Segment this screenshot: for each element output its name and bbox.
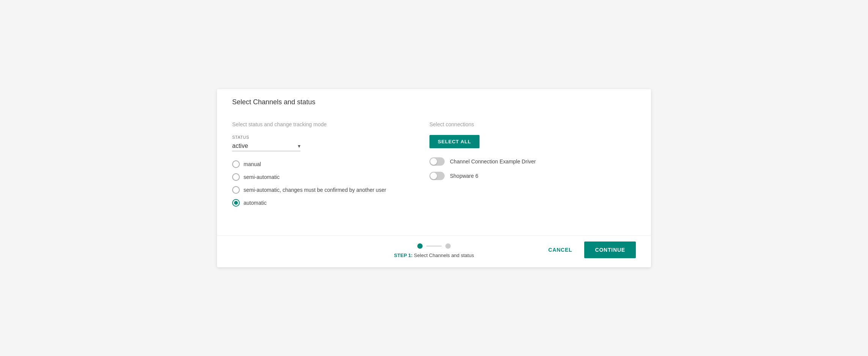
connection-name-example-driver: Channel Connection Example Driver: [450, 158, 536, 165]
left-panel-label: Select status and change tracking mode: [232, 121, 407, 127]
toggle-example-driver[interactable]: [429, 157, 445, 166]
radio-label-manual: manual: [244, 161, 261, 167]
radio-circle-manual: [232, 160, 240, 168]
step-dot-1: [417, 243, 423, 249]
connections-list: Channel Connection Example Driver Shopwa…: [429, 157, 636, 180]
right-panel: Select connections SELECT ALL Channel Co…: [429, 121, 636, 226]
radio-circle-semi-automatic: [232, 173, 240, 181]
radio-label-semi-automatic-confirm: semi-automatic, changes must be confirme…: [244, 187, 386, 193]
connection-item-example-driver: Channel Connection Example Driver: [429, 157, 636, 166]
radio-circle-automatic: [232, 199, 240, 207]
chevron-down-icon: ▾: [298, 143, 300, 149]
radio-item-automatic[interactable]: automatic: [232, 199, 407, 207]
step-label: STEP 1: Select Channels and status: [394, 252, 474, 258]
footer-actions: CANCEL CONTINUE: [542, 242, 636, 258]
radio-label-automatic: automatic: [244, 200, 267, 206]
left-panel: Select status and change tracking mode S…: [232, 121, 407, 226]
step-line: [426, 246, 442, 246]
modal-body: Select status and change tracking mode S…: [217, 112, 651, 235]
continue-button[interactable]: CONTINUE: [584, 242, 636, 258]
stepper: [417, 243, 451, 249]
step-description: Select Channels and status: [414, 252, 474, 258]
step-number: STEP 1:: [394, 252, 413, 258]
right-panel-label: Select connections: [429, 121, 636, 127]
step-dot-2: [445, 243, 451, 249]
select-all-button[interactable]: SELECT ALL: [429, 135, 480, 148]
radio-item-semi-automatic-confirm[interactable]: semi-automatic, changes must be confirme…: [232, 186, 407, 194]
tracking-mode-group: manual semi-automatic semi-automatic, ch…: [232, 160, 407, 207]
radio-item-manual[interactable]: manual: [232, 160, 407, 168]
radio-label-semi-automatic: semi-automatic: [244, 174, 280, 180]
modal-header: Select Channels and status: [217, 89, 651, 112]
connection-name-shopware6: Shopware 6: [450, 173, 478, 179]
status-label: Status: [232, 135, 407, 140]
connection-item-shopware6: Shopware 6: [429, 172, 636, 180]
modal-container: Select Channels and status Select status…: [217, 89, 651, 267]
radio-item-semi-automatic[interactable]: semi-automatic: [232, 173, 407, 181]
status-value: active: [232, 143, 298, 149]
toggle-shopware6[interactable]: [429, 172, 445, 180]
status-dropdown[interactable]: active ▾: [232, 141, 300, 151]
radio-circle-semi-automatic-confirm: [232, 186, 240, 194]
cancel-button[interactable]: CANCEL: [542, 243, 578, 257]
modal-title: Select Channels and status: [232, 98, 636, 106]
